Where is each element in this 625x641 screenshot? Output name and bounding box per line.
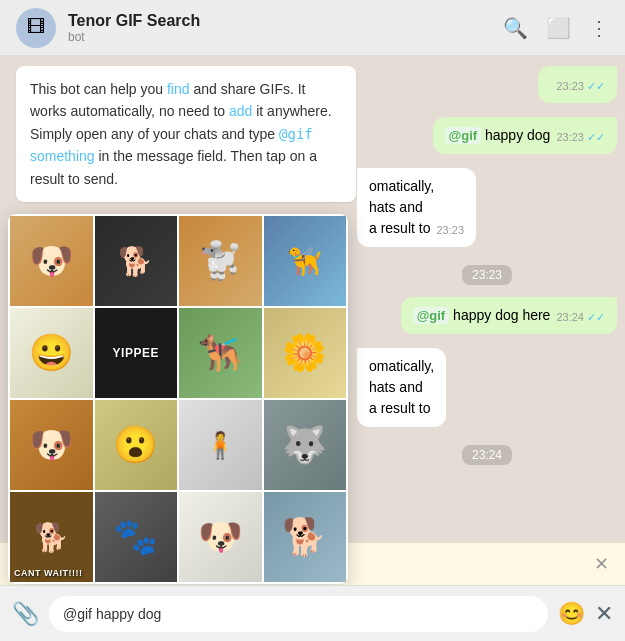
gif-item[interactable]: 🐕: [95, 216, 178, 306]
timestamp-divider: 23:23: [357, 265, 617, 285]
avatar: 🎞: [16, 8, 56, 48]
gif-preview: 😮: [95, 400, 178, 490]
gif-search-panel: 🐶 🐕 🐩 🦮 😀 YIPPEE 🐕‍🦺: [8, 214, 348, 584]
header-actions: 🔍 ⬜ ⋮: [503, 16, 609, 40]
gif-item[interactable]: 🐕: [264, 492, 347, 582]
gif-preview: 🐩: [179, 216, 262, 306]
gif-preview: 🧍: [179, 400, 262, 490]
gif-item[interactable]: 😀: [10, 308, 93, 398]
input-close-icon[interactable]: ✕: [595, 601, 613, 627]
search-icon[interactable]: 🔍: [503, 16, 528, 40]
message-row: 23:23: [357, 66, 617, 103]
gif-item[interactable]: 🐺: [264, 400, 347, 490]
panels-icon[interactable]: ⬜: [546, 16, 571, 40]
message-bubble: 23:23: [538, 66, 617, 103]
gif-item[interactable]: 😮: [95, 400, 178, 490]
highlight-find: find: [167, 81, 190, 97]
gif-grid: 🐶 🐕 🐩 🦮 😀 YIPPEE 🐕‍🦺: [8, 214, 348, 584]
gif-preview: 😀: [10, 308, 93, 398]
highlight-add: add: [229, 103, 252, 119]
chat-title: Tenor GIF Search: [68, 12, 503, 30]
gif-item[interactable]: 🐕 CANT WAIT!!!!: [10, 492, 93, 582]
chat-area: This bot can help you find and share GIF…: [0, 56, 625, 585]
message-time: 23:23: [436, 222, 464, 239]
timestamp-badge-2: 23:24: [462, 445, 512, 465]
message-time: 23:23: [556, 129, 605, 146]
message-row: @gif happy dog 23:23: [357, 117, 617, 154]
gif-preview: 🐺: [264, 400, 347, 490]
gif-text-label: YIPPEE: [113, 346, 159, 360]
gif-command-tag: @gif: [445, 127, 482, 144]
gif-preview: 🐶: [10, 216, 93, 306]
gif-item[interactable]: 🐕‍🦺: [179, 308, 262, 398]
message-bubble: omatically,hats anda result to: [357, 348, 446, 427]
highlight-something: something: [30, 148, 95, 164]
gif-preview: 🦮: [264, 216, 347, 306]
message-bubble: omatically,hats anda result to 23:23: [357, 168, 476, 247]
message-text: happy dog here: [453, 307, 550, 323]
attach-icon[interactable]: 📎: [12, 601, 39, 627]
intro-message: This bot can help you find and share GIF…: [16, 66, 356, 202]
message-bubble: @gif happy dog here 23:24: [401, 297, 617, 334]
more-icon[interactable]: ⋮: [589, 16, 609, 40]
gif-preview: 🐾: [95, 492, 178, 582]
message-text: omatically,hats anda result to: [369, 358, 434, 416]
message-row: omatically,hats anda result to 23:23: [357, 168, 617, 247]
gif-item[interactable]: 🌼: [264, 308, 347, 398]
gif-preview: 🐕: [95, 216, 178, 306]
message-row: omatically,hats anda result to: [357, 348, 617, 427]
message-text: happy dog: [485, 127, 550, 143]
gif-preview: 🌼: [264, 308, 347, 398]
gif-preview: 🐶: [179, 492, 262, 582]
gif-item[interactable]: 🐩: [179, 216, 262, 306]
message-text: omatically,hats anda result to: [369, 178, 434, 236]
code-gif: @gif: [279, 126, 313, 142]
gif-command-tag: @gif: [413, 307, 450, 324]
message-row: @gif happy dog here 23:24: [357, 297, 617, 334]
message-input[interactable]: [49, 596, 548, 632]
gif-item[interactable]: 🦮: [264, 216, 347, 306]
gif-item[interactable]: 🐶: [10, 216, 93, 306]
gif-preview: 🐕: [264, 492, 347, 582]
timestamp-divider-2: 23:24: [357, 445, 617, 465]
gif-preview: 🐕‍🦺: [179, 308, 262, 398]
gif-item[interactable]: YIPPEE: [95, 308, 178, 398]
header-info: Tenor GIF Search bot: [68, 12, 503, 44]
emoji-icon[interactable]: 😊: [558, 601, 585, 627]
gif-item[interactable]: 🧍: [179, 400, 262, 490]
chat-header: 🎞 Tenor GIF Search bot 🔍 ⬜ ⋮: [0, 0, 625, 56]
gif-item[interactable]: 🐶: [10, 400, 93, 490]
gif-cant-label: CANT WAIT!!!!: [14, 568, 82, 578]
timestamp-badge: 23:23: [462, 265, 512, 285]
gif-item[interactable]: 🐾: [95, 492, 178, 582]
message-time: 23:24: [556, 309, 605, 326]
right-messages: 23:23 @gif happy dog 23:23 omatically,ha…: [357, 66, 617, 469]
gif-item[interactable]: 🐶: [179, 492, 262, 582]
gif-preview: 🐶: [10, 400, 93, 490]
input-bar: 📎 😊 ✕: [0, 585, 625, 641]
message-bubble: @gif happy dog 23:23: [433, 117, 617, 154]
chat-subtitle: bot: [68, 30, 503, 44]
message-time: 23:23: [556, 78, 605, 95]
notification-close-button[interactable]: ✕: [594, 553, 609, 575]
